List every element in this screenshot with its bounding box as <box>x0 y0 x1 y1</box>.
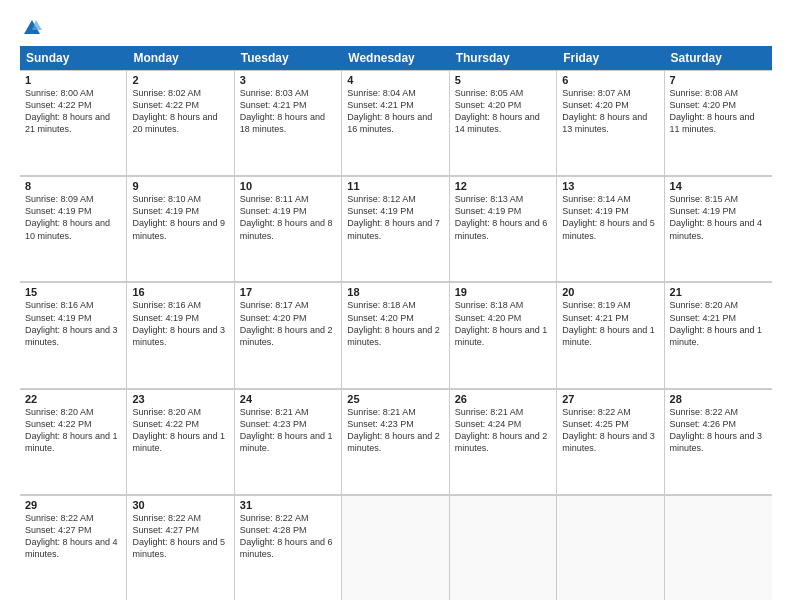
day-info: Sunrise: 8:22 AMSunset: 4:27 PMDaylight:… <box>132 512 228 561</box>
day-number: 10 <box>240 180 336 192</box>
day-info: Sunrise: 8:05 AMSunset: 4:20 PMDaylight:… <box>455 87 551 136</box>
calendar-week-4: 22Sunrise: 8:20 AMSunset: 4:22 PMDayligh… <box>20 389 772 495</box>
day-cell-22: 22Sunrise: 8:20 AMSunset: 4:22 PMDayligh… <box>20 389 127 494</box>
header-day-saturday: Saturday <box>665 46 772 70</box>
header-day-thursday: Thursday <box>450 46 557 70</box>
empty-cell <box>450 495 557 600</box>
day-cell-7: 7Sunrise: 8:08 AMSunset: 4:20 PMDaylight… <box>665 70 772 175</box>
calendar-header: SundayMondayTuesdayWednesdayThursdayFrid… <box>20 46 772 70</box>
day-info: Sunrise: 8:03 AMSunset: 4:21 PMDaylight:… <box>240 87 336 136</box>
day-info: Sunrise: 8:02 AMSunset: 4:22 PMDaylight:… <box>132 87 228 136</box>
header-day-wednesday: Wednesday <box>342 46 449 70</box>
day-info: Sunrise: 8:22 AMSunset: 4:28 PMDaylight:… <box>240 512 336 561</box>
calendar-body: 1Sunrise: 8:00 AMSunset: 4:22 PMDaylight… <box>20 70 772 600</box>
logo <box>20 18 42 38</box>
day-number: 11 <box>347 180 443 192</box>
day-number: 25 <box>347 393 443 405</box>
day-number: 31 <box>240 499 336 511</box>
day-number: 21 <box>670 286 767 298</box>
day-info: Sunrise: 8:21 AMSunset: 4:23 PMDaylight:… <box>240 406 336 455</box>
day-info: Sunrise: 8:21 AMSunset: 4:23 PMDaylight:… <box>347 406 443 455</box>
day-info: Sunrise: 8:13 AMSunset: 4:19 PMDaylight:… <box>455 193 551 242</box>
day-cell-14: 14Sunrise: 8:15 AMSunset: 4:19 PMDayligh… <box>665 176 772 281</box>
day-cell-12: 12Sunrise: 8:13 AMSunset: 4:19 PMDayligh… <box>450 176 557 281</box>
day-cell-27: 27Sunrise: 8:22 AMSunset: 4:25 PMDayligh… <box>557 389 664 494</box>
day-cell-3: 3Sunrise: 8:03 AMSunset: 4:21 PMDaylight… <box>235 70 342 175</box>
day-number: 13 <box>562 180 658 192</box>
day-number: 22 <box>25 393 121 405</box>
day-cell-10: 10Sunrise: 8:11 AMSunset: 4:19 PMDayligh… <box>235 176 342 281</box>
empty-cell <box>665 495 772 600</box>
day-cell-17: 17Sunrise: 8:17 AMSunset: 4:20 PMDayligh… <box>235 282 342 387</box>
calendar-week-2: 8Sunrise: 8:09 AMSunset: 4:19 PMDaylight… <box>20 176 772 282</box>
day-info: Sunrise: 8:09 AMSunset: 4:19 PMDaylight:… <box>25 193 121 242</box>
header-day-friday: Friday <box>557 46 664 70</box>
day-number: 19 <box>455 286 551 298</box>
day-cell-8: 8Sunrise: 8:09 AMSunset: 4:19 PMDaylight… <box>20 176 127 281</box>
day-cell-9: 9Sunrise: 8:10 AMSunset: 4:19 PMDaylight… <box>127 176 234 281</box>
logo-icon <box>22 18 42 38</box>
day-number: 1 <box>25 74 121 86</box>
day-number: 27 <box>562 393 658 405</box>
header-day-monday: Monday <box>127 46 234 70</box>
day-info: Sunrise: 8:21 AMSunset: 4:24 PMDaylight:… <box>455 406 551 455</box>
day-number: 2 <box>132 74 228 86</box>
day-number: 17 <box>240 286 336 298</box>
day-cell-1: 1Sunrise: 8:00 AMSunset: 4:22 PMDaylight… <box>20 70 127 175</box>
day-info: Sunrise: 8:12 AMSunset: 4:19 PMDaylight:… <box>347 193 443 242</box>
day-cell-16: 16Sunrise: 8:16 AMSunset: 4:19 PMDayligh… <box>127 282 234 387</box>
day-info: Sunrise: 8:14 AMSunset: 4:19 PMDaylight:… <box>562 193 658 242</box>
day-cell-24: 24Sunrise: 8:21 AMSunset: 4:23 PMDayligh… <box>235 389 342 494</box>
header <box>20 18 772 38</box>
empty-cell <box>557 495 664 600</box>
empty-cell <box>342 495 449 600</box>
day-info: Sunrise: 8:04 AMSunset: 4:21 PMDaylight:… <box>347 87 443 136</box>
day-info: Sunrise: 8:22 AMSunset: 4:25 PMDaylight:… <box>562 406 658 455</box>
day-number: 4 <box>347 74 443 86</box>
day-number: 16 <box>132 286 228 298</box>
day-number: 7 <box>670 74 767 86</box>
day-cell-30: 30Sunrise: 8:22 AMSunset: 4:27 PMDayligh… <box>127 495 234 600</box>
day-cell-21: 21Sunrise: 8:20 AMSunset: 4:21 PMDayligh… <box>665 282 772 387</box>
day-number: 6 <box>562 74 658 86</box>
day-number: 8 <box>25 180 121 192</box>
day-number: 26 <box>455 393 551 405</box>
calendar-week-3: 15Sunrise: 8:16 AMSunset: 4:19 PMDayligh… <box>20 282 772 388</box>
day-number: 24 <box>240 393 336 405</box>
calendar: SundayMondayTuesdayWednesdayThursdayFrid… <box>20 46 772 600</box>
day-number: 15 <box>25 286 121 298</box>
day-number: 3 <box>240 74 336 86</box>
day-cell-11: 11Sunrise: 8:12 AMSunset: 4:19 PMDayligh… <box>342 176 449 281</box>
day-info: Sunrise: 8:20 AMSunset: 4:22 PMDaylight:… <box>132 406 228 455</box>
day-info: Sunrise: 8:10 AMSunset: 4:19 PMDaylight:… <box>132 193 228 242</box>
day-number: 12 <box>455 180 551 192</box>
day-number: 5 <box>455 74 551 86</box>
day-cell-13: 13Sunrise: 8:14 AMSunset: 4:19 PMDayligh… <box>557 176 664 281</box>
day-number: 23 <box>132 393 228 405</box>
day-cell-18: 18Sunrise: 8:18 AMSunset: 4:20 PMDayligh… <box>342 282 449 387</box>
page: SundayMondayTuesdayWednesdayThursdayFrid… <box>0 0 792 612</box>
day-info: Sunrise: 8:22 AMSunset: 4:26 PMDaylight:… <box>670 406 767 455</box>
day-number: 14 <box>670 180 767 192</box>
day-info: Sunrise: 8:07 AMSunset: 4:20 PMDaylight:… <box>562 87 658 136</box>
day-number: 18 <box>347 286 443 298</box>
day-cell-28: 28Sunrise: 8:22 AMSunset: 4:26 PMDayligh… <box>665 389 772 494</box>
day-info: Sunrise: 8:15 AMSunset: 4:19 PMDaylight:… <box>670 193 767 242</box>
day-info: Sunrise: 8:16 AMSunset: 4:19 PMDaylight:… <box>25 299 121 348</box>
day-number: 29 <box>25 499 121 511</box>
day-info: Sunrise: 8:18 AMSunset: 4:20 PMDaylight:… <box>455 299 551 348</box>
header-day-tuesday: Tuesday <box>235 46 342 70</box>
day-cell-29: 29Sunrise: 8:22 AMSunset: 4:27 PMDayligh… <box>20 495 127 600</box>
calendar-week-5: 29Sunrise: 8:22 AMSunset: 4:27 PMDayligh… <box>20 495 772 600</box>
day-cell-26: 26Sunrise: 8:21 AMSunset: 4:24 PMDayligh… <box>450 389 557 494</box>
day-info: Sunrise: 8:00 AMSunset: 4:22 PMDaylight:… <box>25 87 121 136</box>
day-cell-5: 5Sunrise: 8:05 AMSunset: 4:20 PMDaylight… <box>450 70 557 175</box>
day-info: Sunrise: 8:22 AMSunset: 4:27 PMDaylight:… <box>25 512 121 561</box>
day-info: Sunrise: 8:08 AMSunset: 4:20 PMDaylight:… <box>670 87 767 136</box>
day-info: Sunrise: 8:16 AMSunset: 4:19 PMDaylight:… <box>132 299 228 348</box>
day-info: Sunrise: 8:11 AMSunset: 4:19 PMDaylight:… <box>240 193 336 242</box>
day-info: Sunrise: 8:20 AMSunset: 4:21 PMDaylight:… <box>670 299 767 348</box>
day-cell-6: 6Sunrise: 8:07 AMSunset: 4:20 PMDaylight… <box>557 70 664 175</box>
day-info: Sunrise: 8:19 AMSunset: 4:21 PMDaylight:… <box>562 299 658 348</box>
day-cell-15: 15Sunrise: 8:16 AMSunset: 4:19 PMDayligh… <box>20 282 127 387</box>
